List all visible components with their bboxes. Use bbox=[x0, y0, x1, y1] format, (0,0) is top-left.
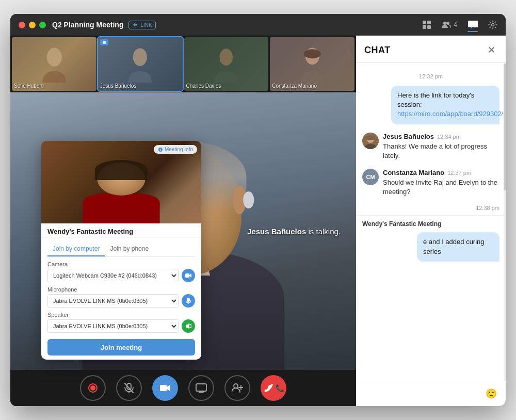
title-bar: Q2 Planning Meeting LINK bbox=[10, 14, 506, 36]
close-traffic-light[interactable] bbox=[19, 22, 25, 28]
miro-link[interactable]: https://miro.com/app/board/929302/ bbox=[397, 110, 503, 118]
partial-bubble-content: e and I added curing series bbox=[417, 232, 499, 261]
mic-small-icon bbox=[186, 298, 191, 304]
bubble-link-content: Here is the link for today's session: ht… bbox=[391, 86, 499, 124]
chat-button[interactable] bbox=[467, 20, 478, 29]
camera-toggle-button[interactable] bbox=[182, 269, 195, 282]
camera-label: Camera bbox=[47, 261, 195, 267]
meeting-info-label: Meeting Info bbox=[165, 147, 193, 152]
microphone-select[interactable]: Jabra EVOLVE LINK MS (0b0e:0305) bbox=[47, 294, 179, 308]
svg-point-9 bbox=[133, 48, 147, 66]
constanza-message-body: Constanza Mariano 12:37 pm Should we inv… bbox=[383, 169, 499, 197]
emoji-button[interactable]: 🙂 bbox=[483, 385, 499, 402]
svg-rect-2 bbox=[423, 25, 426, 29]
maximize-traffic-light[interactable] bbox=[39, 22, 46, 28]
constanza-sender-name: Constanza Mariano bbox=[383, 169, 444, 176]
dialog-body: Join by computer Join by phone Camera Lo… bbox=[41, 238, 201, 360]
microphone-field: Microphone Jabra EVOLVE LINK MS (0b0e:03… bbox=[47, 286, 195, 308]
talking-indicator: Jesus Bañuelos is talking. bbox=[247, 227, 341, 236]
participants-button[interactable]: 4 bbox=[442, 21, 457, 28]
chat-header: CHAT ✕ bbox=[356, 36, 506, 63]
svg-rect-1 bbox=[427, 21, 431, 24]
thumb-jesus-label: Jesus Bañuelos bbox=[100, 83, 137, 89]
speaker-label: Speaker bbox=[47, 312, 195, 318]
svg-point-15 bbox=[90, 385, 95, 391]
title-bar-right: 4 bbox=[422, 20, 497, 29]
speaker-field: Speaker Jabra EVOLVE LINK MS (0b0e:0305) bbox=[47, 312, 195, 333]
mic-active-icon bbox=[102, 40, 106, 44]
chat-panel: CHAT ✕ 12:32 pm Here is the link for tod… bbox=[356, 36, 506, 406]
svg-marker-31 bbox=[186, 323, 189, 329]
camera-select[interactable]: Logitech Webcam C930e #2 (046d:0843) bbox=[47, 269, 179, 282]
controls-bar: 📞 bbox=[10, 370, 356, 406]
wendy-label: Wendy's Fantastic Meeting bbox=[362, 220, 441, 228]
record-icon bbox=[88, 383, 98, 393]
chat-close-button[interactable]: ✕ bbox=[485, 44, 497, 56]
tab-join-phone[interactable]: Join by phone bbox=[105, 242, 154, 256]
talking-suffix: is talking. bbox=[306, 227, 341, 236]
chat-icon bbox=[467, 20, 478, 29]
microphone-toggle-button[interactable] bbox=[182, 294, 195, 308]
meeting-title: Q2 Planning Meeting bbox=[52, 21, 123, 29]
thumbnail-jesus[interactable]: Jesus Bañuelos bbox=[98, 37, 183, 91]
participants-icon bbox=[442, 21, 451, 28]
speaker-small-icon bbox=[185, 323, 191, 329]
svg-point-8 bbox=[46, 47, 61, 66]
svg-rect-10 bbox=[103, 41, 106, 44]
thumbnail-sofie[interactable]: Sofie Hubert bbox=[12, 37, 96, 91]
svg-point-34 bbox=[366, 135, 375, 140]
screen-share-button[interactable] bbox=[188, 375, 214, 401]
speaker-toggle-button[interactable] bbox=[182, 319, 195, 333]
speaking-indicator bbox=[100, 39, 108, 45]
svg-point-11 bbox=[220, 49, 233, 66]
avatar-jesus bbox=[362, 133, 379, 149]
app-window: Q2 Planning Meeting LINK bbox=[10, 14, 506, 406]
thumbnail-constanza[interactable]: Constanza Mariano bbox=[270, 37, 354, 91]
jesus-message-text: Thanks! We made a lot of progress lately… bbox=[383, 142, 499, 160]
chat-message-jesus: Jesus Bañuelos 12:34 pm Thanks! We made … bbox=[356, 131, 506, 163]
jesus-message-meta: Jesus Bañuelos 12:34 pm bbox=[383, 133, 499, 140]
camera-field: Camera Logitech Webcam C930e #2 (046d:08… bbox=[47, 261, 195, 282]
tab-join-computer[interactable]: Join by computer bbox=[47, 242, 105, 256]
settings-button[interactable] bbox=[488, 20, 497, 29]
mute-button[interactable] bbox=[116, 375, 142, 401]
end-call-button[interactable]: 📞 bbox=[261, 375, 286, 401]
svg-rect-20 bbox=[196, 384, 206, 391]
thumb-constanza-label: Constanza Mariano bbox=[272, 83, 317, 89]
info-icon: i bbox=[158, 147, 163, 152]
svg-rect-3 bbox=[427, 25, 431, 29]
time-divider-1238: 12:38 pm bbox=[356, 203, 506, 213]
svg-rect-28 bbox=[185, 273, 189, 278]
main-content: Sofie Hubert Jesus Bañuelos bbox=[10, 36, 506, 406]
thumb-sofie-label: Sofie Hubert bbox=[14, 83, 43, 89]
grid-view-button[interactable] bbox=[422, 20, 431, 29]
video-button[interactable] bbox=[152, 375, 178, 401]
link-icon bbox=[132, 22, 138, 27]
chat-scrollbar[interactable] bbox=[504, 63, 506, 381]
dialog-video-preview: i Meeting Info bbox=[41, 141, 201, 223]
time-divider-1232: 12:32 pm bbox=[356, 73, 506, 79]
grid-icon bbox=[422, 20, 431, 29]
record-button[interactable] bbox=[80, 375, 106, 401]
dialog-tabs: Join by computer Join by phone bbox=[47, 242, 195, 257]
speaker-select[interactable]: Jabra EVOLVE LINK MS (0b0e:0305) bbox=[47, 319, 179, 333]
scrollbar-thumb bbox=[504, 63, 506, 190]
join-meeting-button[interactable]: Join meeting bbox=[47, 339, 195, 356]
wendy-section-header: Wendy's Fantastic Meeting bbox=[356, 215, 506, 230]
add-participant-button[interactable] bbox=[224, 375, 250, 401]
meeting-info-badge[interactable]: i Meeting Info bbox=[154, 145, 197, 154]
screen-share-icon bbox=[196, 383, 207, 393]
avatar-constanza: CM bbox=[362, 169, 379, 185]
thumb-charles-label: Charles Davies bbox=[186, 83, 221, 89]
link-badge[interactable]: LINK bbox=[128, 21, 155, 29]
svg-rect-0 bbox=[423, 21, 426, 24]
constanza-message-meta: Constanza Mariano 12:37 pm bbox=[383, 169, 499, 176]
minimize-traffic-light[interactable] bbox=[29, 22, 36, 28]
thumbnail-strip: Sofie Hubert Jesus Bañuelos bbox=[10, 36, 356, 92]
thumbnail-charles[interactable]: Charles Davies bbox=[184, 37, 269, 91]
jesus-message-time: 12:34 pm bbox=[437, 134, 461, 140]
jesus-sender-name: Jesus Bañuelos bbox=[383, 133, 434, 140]
add-person-icon bbox=[232, 383, 243, 393]
partial-bubble-container: e and I added curing series bbox=[356, 230, 506, 263]
video-icon bbox=[159, 384, 171, 392]
